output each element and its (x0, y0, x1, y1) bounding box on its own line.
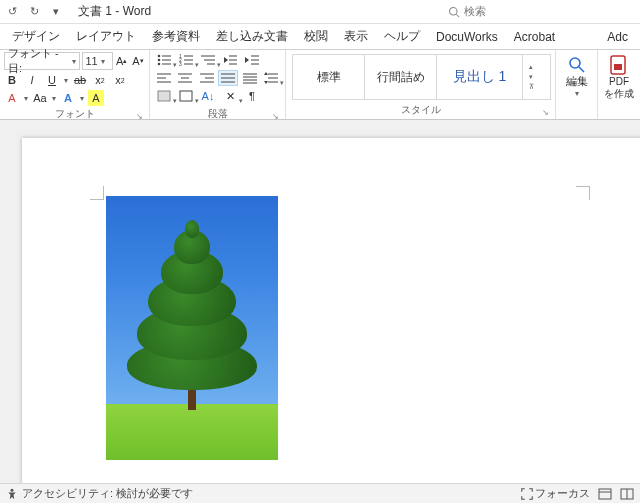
title-bar: ↺ ↻ ▾ 文書 1 - Word 検索 (0, 0, 640, 24)
view-read-mode-button[interactable] (620, 488, 634, 500)
font-name-combo[interactable]: フォント - 日: ▾ (4, 52, 80, 70)
chevron-down-icon[interactable]: ▾ (575, 89, 579, 98)
svg-point-4 (158, 59, 161, 62)
focus-icon (521, 488, 533, 500)
tab-mailings[interactable]: 差し込み文書 (210, 24, 294, 49)
tab-references[interactable]: 参考資料 (146, 24, 206, 49)
dialog-launcher-icon[interactable]: ↘ (542, 108, 549, 117)
margin-corner-tr (576, 186, 590, 200)
svg-marker-17 (224, 57, 228, 63)
find-icon[interactable] (568, 56, 586, 74)
group-editing: 編集 ▾ (556, 50, 598, 119)
read-mode-icon (620, 488, 634, 500)
document-page[interactable] (22, 138, 640, 483)
chevron-down-icon: ▾ (529, 73, 533, 81)
tab-partial: Adc (601, 26, 634, 48)
decrease-indent-button[interactable] (220, 52, 240, 68)
distribute-button[interactable] (240, 70, 259, 86)
sort-button[interactable]: A↓ (198, 88, 218, 104)
document-title: 文書 1 - Word (78, 3, 151, 20)
search-box[interactable]: 検索 (448, 4, 486, 19)
accessibility-icon[interactable] (6, 488, 18, 500)
superscript-button[interactable]: x2 (112, 72, 128, 88)
borders-button[interactable]: ▾ (176, 88, 196, 104)
tab-review[interactable]: 校閲 (298, 24, 334, 49)
italic-button[interactable]: I (24, 72, 40, 88)
svg-rect-46 (158, 91, 170, 101)
strikethrough-button[interactable]: ab (72, 72, 88, 88)
status-bar: アクセシビリティ: 検討が必要です フォーカス (0, 483, 640, 503)
grow-font-button[interactable]: A▴ (115, 53, 129, 69)
svg-point-48 (570, 58, 580, 68)
highlight-button[interactable]: A (88, 90, 104, 106)
qat-more-icon[interactable]: ▾ (48, 4, 64, 20)
bullets-button[interactable]: ▾ (154, 52, 174, 68)
asian-layout-button[interactable]: ✕▾ (220, 88, 240, 104)
shading-button[interactable]: ▾ (154, 88, 174, 104)
margin-corner-tl (90, 186, 104, 200)
subscript-button[interactable]: x2 (92, 72, 108, 88)
svg-point-0 (450, 7, 458, 15)
outdent-icon (223, 54, 237, 66)
case-more-icon[interactable]: ▾ (52, 94, 56, 103)
shrink-font-button[interactable]: A▾ (131, 53, 145, 69)
pdf-label-1[interactable]: PDF (609, 76, 629, 87)
align-right-button[interactable] (197, 70, 216, 86)
underline-button[interactable]: U (44, 72, 60, 88)
group-styles: 標準 行間詰め 見出し 1 ▴ ▾ ⊼ スタイル ↘ (286, 50, 556, 119)
font-color-button[interactable]: A (4, 90, 20, 106)
focus-mode-button[interactable]: フォーカス (521, 486, 590, 501)
align-center-button[interactable] (175, 70, 194, 86)
increase-indent-button[interactable] (242, 52, 262, 68)
group-pdf: PDF を作成 (598, 50, 640, 119)
ribbon-tabs: デザイン レイアウト 参考資料 差し込み文書 校閲 表示 ヘルプ DocuWor… (0, 24, 640, 50)
effects-more-icon[interactable]: ▾ (80, 94, 84, 103)
align-justify-button[interactable] (218, 70, 238, 86)
undo-icon[interactable]: ↺ (4, 4, 20, 20)
search-placeholder: 検索 (464, 4, 486, 19)
image-grass (106, 404, 278, 460)
svg-marker-44 (264, 72, 268, 75)
text-effects-button[interactable]: A (60, 90, 76, 106)
pdf-label-2[interactable]: を作成 (604, 87, 634, 101)
styles-gallery: 標準 行間詰め 見出し 1 ▴ ▾ ⊼ (292, 54, 551, 100)
show-marks-button[interactable]: ¶ (242, 88, 262, 104)
line-spacing-button[interactable]: ▾ (261, 70, 280, 86)
tab-acrobat[interactable]: Acrobat (508, 26, 561, 48)
numbering-button[interactable]: 123 ▾ (176, 52, 196, 68)
style-heading1[interactable]: 見出し 1 (437, 55, 523, 99)
print-layout-icon (598, 488, 612, 500)
view-print-layout-button[interactable] (598, 488, 612, 500)
editing-label[interactable]: 編集 (566, 74, 588, 89)
tab-docuworks[interactable]: DocuWorks (430, 26, 504, 48)
underline-more-icon[interactable]: ▾ (64, 76, 68, 85)
editing-area[interactable] (0, 120, 640, 483)
inserted-image[interactable] (106, 196, 278, 460)
bullets-icon (157, 54, 171, 66)
ribbon: フォント - 日: ▾ 11 ▾ A▴ A▾ B I U ▾ ab x2 x2 (0, 50, 640, 120)
accessibility-status[interactable]: アクセシビリティ: 検討が必要です (22, 486, 193, 501)
numbering-icon: 123 (179, 54, 193, 66)
indent-icon (245, 54, 259, 66)
svg-point-52 (11, 488, 14, 491)
multilevel-icon (201, 54, 215, 66)
multilevel-list-button[interactable]: ▾ (198, 52, 218, 68)
redo-icon[interactable]: ↻ (26, 4, 42, 20)
bold-button[interactable]: B (4, 72, 20, 88)
font-color-more-icon[interactable]: ▾ (24, 94, 28, 103)
svg-line-1 (456, 14, 459, 17)
font-size-combo[interactable]: 11 ▾ (82, 52, 113, 70)
svg-rect-47 (180, 91, 192, 101)
tab-help[interactable]: ヘルプ (378, 24, 426, 49)
pdf-icon[interactable] (608, 54, 630, 76)
change-case-button[interactable]: Aa (32, 90, 48, 106)
align-left-button[interactable] (154, 70, 173, 86)
tab-layout[interactable]: レイアウト (70, 24, 142, 49)
style-normal[interactable]: 標準 (293, 55, 365, 99)
chevron-up-icon: ▴ (529, 63, 533, 71)
chevron-down-icon: ▾ (72, 57, 76, 66)
tab-view[interactable]: 表示 (338, 24, 374, 49)
styles-gallery-more[interactable]: ▴ ▾ ⊼ (523, 55, 539, 99)
svg-marker-45 (264, 81, 268, 84)
style-no-spacing[interactable]: 行間詰め (365, 55, 437, 99)
